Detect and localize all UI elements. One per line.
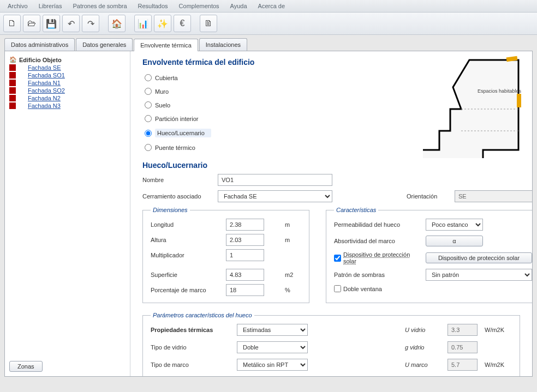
tree-root[interactable]: 🏠 Edificio Objeto	[9, 56, 126, 64]
new-file-icon[interactable]: 🗋	[3, 15, 21, 32]
tree-panel: 🏠 Edificio Objeto Fachada SE Fachada SO1…	[5, 51, 130, 376]
calc-icon[interactable]: 📊	[134, 15, 152, 32]
svg-text:Espacios habitables: Espacios habitables	[478, 88, 522, 94]
tree-item-fachada-so1[interactable]: Fachada SO1	[9, 71, 126, 79]
tree-item-fachada-n1[interactable]: Fachada N1	[9, 79, 126, 87]
label-perm: Permeabilidad del hueco	[334, 221, 421, 228]
unit-pct: %	[285, 287, 301, 293]
menu-acerca[interactable]: Acerca de	[254, 1, 290, 11]
select-marco[interactable]: Metálico sin RPT	[237, 359, 308, 371]
euro-icon[interactable]: €	[174, 15, 191, 32]
menu-complementos[interactable]: Complementos	[175, 1, 224, 11]
label-pct: Porcentaje de marco	[151, 287, 222, 293]
facade-icon	[9, 87, 16, 94]
label-uvidrio: U vidrio	[405, 327, 443, 333]
input-gvidrio	[448, 341, 478, 353]
menu-ayuda[interactable]: Ayuda	[226, 1, 252, 11]
fieldset-dimensiones: Dimensiones Longitud m Altura m Multipli…	[142, 207, 309, 303]
menu-archivo[interactable]: Archivo	[3, 1, 32, 11]
menu-resultados[interactable]: Resultados	[134, 1, 172, 11]
select-cerramiento[interactable]: Fachada SE	[218, 190, 332, 202]
facade-icon	[9, 72, 16, 79]
undo-icon[interactable]: ↶	[62, 15, 80, 32]
label-prop: Propiedades térmicas	[151, 327, 232, 333]
facade-icon	[9, 102, 16, 109]
label-mult: Multiplicador	[151, 252, 222, 258]
input-nombre[interactable]	[218, 174, 332, 186]
unit-wmk2: W/m2K	[485, 361, 512, 368]
tab-datos-admin[interactable]: Datos administrativos	[4, 38, 75, 51]
unit-m1: m	[285, 221, 301, 228]
input-orientacion	[455, 190, 532, 202]
checkbox-dispositivo[interactable]	[334, 255, 341, 262]
label-nombre: Nombre	[142, 177, 213, 183]
dispositivo-button[interactable]: Dispositivo de protección solar	[426, 252, 532, 263]
menu-bar: Archivo Librerías Patrones de sombra Res…	[0, 0, 537, 13]
tree-item-fachada-n3[interactable]: Fachada N3	[9, 102, 126, 110]
section-title-hueco: Hueco/Lucernario	[142, 161, 520, 170]
label-tipo-marco: Tipo de marco	[151, 361, 232, 368]
select-patron[interactable]: Sin patrón	[426, 269, 532, 281]
label-altura: Altura	[151, 237, 222, 243]
doc-icon[interactable]: 🗎	[200, 15, 217, 32]
label-abs: Absortividad del marco	[334, 238, 421, 244]
unit-m2-2: m2	[285, 272, 301, 278]
menu-librerias[interactable]: Librerías	[34, 1, 67, 11]
tab-instalaciones[interactable]: Instalaciones	[199, 38, 247, 51]
input-pct[interactable]	[226, 284, 264, 296]
redo-icon[interactable]: ↷	[82, 15, 99, 32]
select-vidrio[interactable]: Doble	[237, 341, 308, 353]
tree-item-fachada-n2[interactable]: Fachada N2	[9, 94, 126, 102]
facade-icon	[9, 95, 16, 101]
building-icon[interactable]: 🏠	[108, 15, 126, 32]
label-disp-cb: Dispositivo de protección solar	[343, 251, 421, 264]
content-panel: Espacios habitables Envolvente térmica d…	[130, 51, 532, 376]
unit-wmk1: W/m2K	[485, 327, 512, 333]
building-diagram: Espacios habitables	[417, 55, 532, 158]
label-orientacion: Orientación	[407, 193, 450, 200]
label-umarco: U marco	[405, 361, 443, 368]
facade-icon	[9, 64, 16, 71]
home-icon: 🏠	[9, 56, 17, 63]
svg-rect-2	[517, 94, 521, 107]
input-mult[interactable]	[226, 249, 264, 261]
facade-icon	[9, 80, 16, 86]
label-superficie: Superficie	[151, 272, 222, 278]
checkbox-doble[interactable]	[334, 285, 341, 292]
wand-icon[interactable]: ✨	[154, 15, 171, 32]
main-tabs: Datos administrativos Datos generales En…	[0, 35, 537, 51]
open-file-icon[interactable]: 🗁	[23, 15, 40, 32]
toolbar: 🗋 🗁 💾 ↶ ↷ 🏠 📊 ✨ € 🗎	[0, 13, 537, 35]
legend-par: Parámetros característicos del hueco	[151, 312, 254, 318]
legend-car: Características	[334, 207, 378, 213]
label-longitud: Longitud	[151, 221, 222, 228]
label-gvidrio: g vidrio	[405, 344, 443, 351]
label-tipo-vidrio: Tipo de vidrio	[151, 344, 232, 351]
menu-patrones[interactable]: Patrones de sombra	[68, 1, 131, 11]
select-prop[interactable]: Estimadas	[237, 324, 308, 336]
tree-item-fachada-so2[interactable]: Fachada SO2	[9, 87, 126, 94]
unit-m2: m	[285, 237, 301, 243]
tree-item-fachada-se[interactable]: Fachada SE	[9, 64, 126, 71]
legend-dim: Dimensiones	[151, 207, 190, 213]
fieldset-caracteristicas: Características Permeabilidad del hueco …	[326, 207, 532, 303]
label-patron: Patrón de sombras	[334, 272, 421, 278]
zones-button[interactable]: Zonas	[9, 361, 43, 372]
input-altura[interactable]	[226, 234, 264, 246]
tab-datos-generales[interactable]: Datos generales	[76, 38, 133, 51]
fieldset-parametros: Parámetros característicos del hueco Pro…	[142, 312, 520, 376]
input-umarco	[448, 359, 478, 371]
input-longitud[interactable]	[226, 219, 264, 231]
input-superficie[interactable]	[226, 269, 264, 281]
label-cerramiento: Cerramiento asociado	[142, 193, 213, 200]
alpha-button[interactable]: α	[426, 236, 483, 246]
input-uvidrio	[448, 324, 478, 336]
tab-envolvente[interactable]: Envolvente térmica	[134, 39, 198, 51]
select-perm[interactable]: Poco estanco	[426, 219, 483, 231]
label-doble: Doble ventana	[343, 286, 382, 292]
save-file-icon[interactable]: 💾	[43, 15, 60, 32]
